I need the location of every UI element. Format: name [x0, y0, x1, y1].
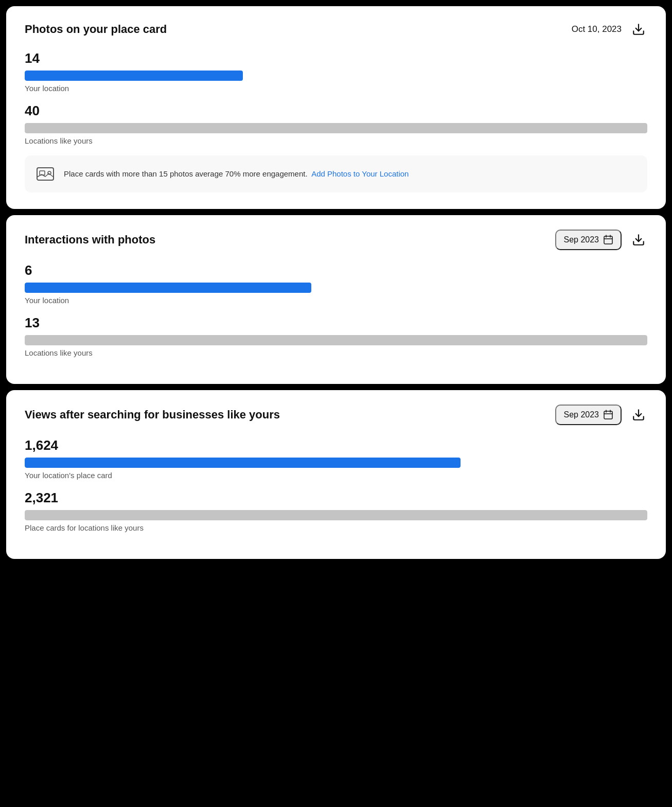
download-icon	[632, 233, 645, 247]
download-icon	[632, 408, 645, 422]
svg-rect-4	[604, 236, 612, 244]
photos-date: Oct 10, 2023	[572, 24, 622, 34]
interactions-comparable-bar	[25, 335, 647, 345]
interactions-card: Interactions with photos Sep 2023	[6, 215, 666, 384]
views-your-location-metric: 1,624 Your location's place card	[25, 437, 647, 480]
interactions-comparable-metric: 13 Locations like yours	[25, 315, 647, 357]
photos-your-location-bar-fill	[25, 71, 243, 81]
interactions-comparable-bar-fill	[25, 335, 647, 345]
interactions-download-button[interactable]	[630, 231, 647, 249]
views-card: Views after searching for businesses lik…	[6, 390, 666, 559]
photos-your-location-value: 14	[25, 50, 647, 66]
photos-header-right: Oct 10, 2023	[572, 21, 647, 38]
photos-comparable-label: Locations like yours	[25, 136, 647, 145]
photos-comparable-bar	[25, 123, 647, 133]
photos-download-button[interactable]	[630, 21, 647, 38]
download-icon	[632, 23, 645, 36]
views-download-button[interactable]	[630, 406, 647, 424]
photos-card-title: Photos on your place card	[25, 23, 167, 36]
photos-comparable-bar-fill	[25, 123, 647, 133]
interactions-date-button[interactable]: Sep 2023	[555, 230, 622, 250]
photos-info-icon	[35, 164, 56, 184]
views-comparable-label: Place cards for locations like yours	[25, 523, 647, 532]
photos-info-box: Place cards with more than 15 photos ave…	[25, 155, 647, 192]
views-card-header: Views after searching for businesses lik…	[25, 405, 647, 425]
views-your-location-bar-fill	[25, 458, 461, 468]
interactions-card-header: Interactions with photos Sep 2023	[25, 230, 647, 250]
photos-comparable-metric: 40 Locations like yours	[25, 103, 647, 145]
photos-your-location-metric: 14 Your location	[25, 50, 647, 93]
views-your-location-bar	[25, 458, 647, 468]
interactions-header-right: Sep 2023	[555, 230, 647, 250]
views-comparable-bar-fill	[25, 510, 647, 520]
interactions-comparable-value: 13	[25, 315, 647, 331]
photos-card: Photos on your place card Oct 10, 2023 1…	[6, 6, 666, 209]
interactions-your-location-metric: 6 Your location	[25, 262, 647, 305]
views-your-location-label: Your location's place card	[25, 471, 647, 480]
interactions-date-label: Sep 2023	[563, 235, 599, 244]
photos-add-link[interactable]: Add Photos to Your Location	[311, 169, 409, 178]
photos-your-location-label: Your location	[25, 84, 647, 93]
views-your-location-value: 1,624	[25, 437, 647, 453]
views-date-button[interactable]: Sep 2023	[555, 405, 622, 425]
views-date-label: Sep 2023	[563, 410, 599, 419]
svg-rect-9	[604, 411, 612, 419]
photos-card-header: Photos on your place card Oct 10, 2023	[25, 21, 647, 38]
views-card-title: Views after searching for businesses lik…	[25, 408, 280, 422]
photos-info-text: Place cards with more than 15 photos ave…	[64, 168, 409, 180]
calendar-icon	[603, 410, 613, 420]
views-comparable-metric: 2,321 Place cards for locations like you…	[25, 490, 647, 532]
interactions-your-location-label: Your location	[25, 296, 647, 305]
photos-your-location-bar	[25, 71, 647, 81]
interactions-card-title: Interactions with photos	[25, 233, 155, 247]
interactions-your-location-bar-fill	[25, 283, 311, 293]
interactions-comparable-label: Locations like yours	[25, 348, 647, 357]
interactions-your-location-value: 6	[25, 262, 647, 278]
interactions-your-location-bar	[25, 283, 647, 293]
photos-comparable-value: 40	[25, 103, 647, 119]
views-header-right: Sep 2023	[555, 405, 647, 425]
views-comparable-bar	[25, 510, 647, 520]
calendar-icon	[603, 235, 613, 245]
views-comparable-value: 2,321	[25, 490, 647, 506]
